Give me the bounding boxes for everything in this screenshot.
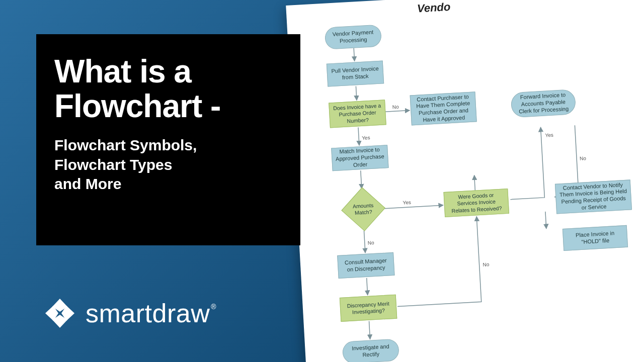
sub-line2: Flowchart Types: [54, 156, 173, 173]
node-goods: Were Goods or Services Invoice Relates t…: [443, 189, 509, 217]
svg-line-4: [361, 170, 362, 189]
headline: What is a Flowchart -: [54, 54, 282, 124]
edge-label-no-3: No: [368, 240, 375, 246]
edge-label-yes-1: Yes: [362, 135, 370, 141]
svg-line-10: [369, 321, 370, 339]
title-panel: What is a Flowchart - Flowchart Symbols,…: [36, 34, 300, 245]
edge-label-yes-2: Yes: [403, 200, 411, 206]
edge-label-no-1: No: [392, 104, 399, 110]
subheadline: Flowchart Symbols, Flowchart Types and M…: [54, 136, 282, 194]
flowchart-canvas: Vendo: [286, 0, 644, 362]
node-forward: Forward Invoice to Accounts Payable Cler…: [511, 89, 577, 118]
node-start: Vendor Payment Processing: [325, 25, 382, 50]
headline-line2: Flowchart -: [54, 88, 220, 124]
node-match: Match Invoice to Approved Purchase Order: [331, 145, 388, 171]
svg-line-1: [356, 86, 357, 100]
brand-lockup: smartdraw®: [43, 297, 216, 330]
svg-line-0: [354, 48, 354, 61]
sub-line1: Flowchart Symbols,: [54, 137, 197, 153]
svg-line-6: [474, 175, 475, 192]
sub-line3: and More: [54, 175, 121, 192]
node-haspo: Does Invoice have a Purchase Order Numbe…: [329, 100, 386, 128]
edge-label-no-4: No: [482, 261, 490, 267]
edge-label-yes-3: Yes: [545, 132, 553, 138]
svg-line-2: [385, 111, 410, 112]
node-merit: Discrepancy Merit Investigating?: [340, 295, 397, 322]
svg-line-3: [358, 127, 359, 145]
node-pull: Pull Vendor Invoice from Stack: [327, 60, 384, 86]
node-rectify: Investigate and Rectify: [342, 339, 399, 362]
svg-line-8: [364, 231, 365, 253]
svg-line-5: [384, 205, 443, 209]
edge-label-no-2: No: [580, 155, 587, 161]
svg-line-7: [545, 212, 546, 229]
smartdraw-logo-icon: [43, 297, 76, 330]
brand-name: smartdraw®: [86, 298, 216, 328]
node-hold: Place Invoice in "HOLD" file: [562, 225, 628, 251]
node-consult: Consult Manager on Discrepancy: [337, 252, 394, 279]
node-contact: Contact Purchaser to Have Them Complete …: [410, 92, 477, 125]
svg-line-9: [367, 278, 368, 295]
headline-line1: What is a: [54, 53, 191, 89]
node-notify: Contact Vendor to Notify Them Invoice is…: [555, 179, 632, 214]
